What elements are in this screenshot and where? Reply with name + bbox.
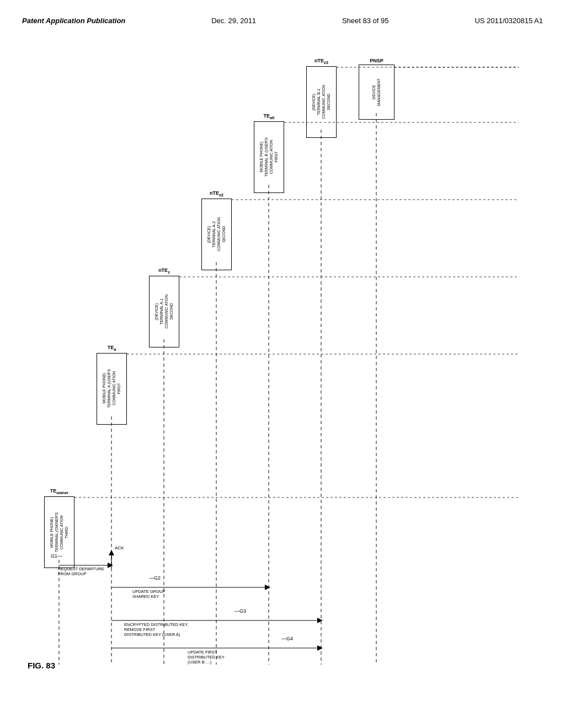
publication-label: Patent Application Publication	[22, 17, 125, 25]
g1-step-label: G1—	[51, 553, 62, 559]
arrow-ack-head	[109, 550, 114, 555]
g2-arrow-label: UPDATE GROUPSHARED KEY	[132, 589, 165, 599]
patent-number: US 2011/0320815 A1	[475, 17, 543, 25]
g4-step-label: —G4	[281, 636, 293, 641]
arrow-g3-head	[317, 618, 323, 623]
sheet-label: Sheet 83 of 95	[342, 17, 389, 25]
g3-arrow-label: ENCRYPTED DISTRIBUTED KEY,REMOVE FIRSTDI…	[124, 622, 188, 637]
diagram-svg	[22, 36, 552, 687]
arrow-g4-head	[317, 645, 323, 651]
g4-arrow-label: UPDATE FIRSTDISTRIBUTED KEY(USER B: ...)	[188, 650, 225, 665]
g3-step-label: —G3	[234, 608, 246, 614]
date-label: Dec. 29, 2011	[211, 17, 256, 25]
diagram-container: FIG. 83 TEowner THIRDCOMMUNIC ATIONTERMI…	[22, 36, 552, 687]
arrow-g2-head	[265, 585, 270, 590]
page-header: Patent Application Publication Dec. 29, …	[22, 17, 543, 25]
g2-step-label: —G2	[149, 575, 161, 581]
page: Patent Application Publication Dec. 29, …	[0, 0, 565, 728]
ack-label: ACK	[115, 545, 124, 550]
arrow-g1-head	[108, 563, 113, 568]
g1-arrow-label: REQUEST DEPARTUREFROM GROUP	[58, 566, 104, 576]
